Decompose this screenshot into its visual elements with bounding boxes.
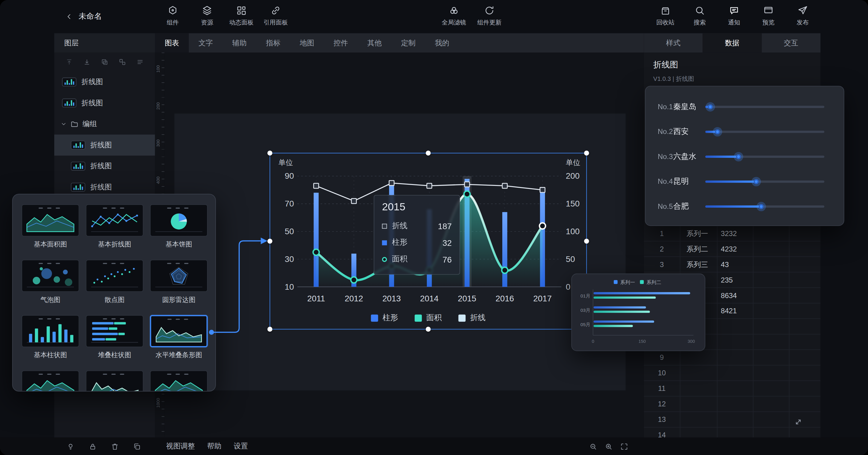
layer-item[interactable]: 折线图: [54, 156, 155, 177]
menu-help[interactable]: 帮助: [207, 441, 221, 451]
slider-handle[interactable]: [756, 202, 766, 211]
tool-preview[interactable]: 预览: [752, 5, 785, 27]
tab-interaction[interactable]: 交互: [762, 33, 820, 53]
cell-value[interactable]: 8634: [717, 291, 753, 300]
selection-handle[interactable]: [267, 239, 272, 244]
layer-item[interactable]: 折线图: [54, 92, 155, 114]
slider-handle[interactable]: [752, 177, 761, 186]
slider-handle[interactable]: [713, 127, 722, 136]
tab-widget[interactable]: 控件: [324, 33, 358, 53]
library-item-area2[interactable]: 水平堆叠条形图: [150, 315, 208, 359]
slider-handle[interactable]: [734, 152, 743, 161]
table-row[interactable]: 3系列三43: [644, 257, 820, 272]
tab-assist[interactable]: 辅助: [222, 33, 256, 53]
library-item-pie[interactable]: 基本饼图: [150, 204, 208, 248]
resize-icon[interactable]: [794, 417, 803, 426]
table-row[interactable]: 9: [644, 350, 820, 365]
tab-charts[interactable]: 图表: [155, 33, 189, 53]
chevron-down-icon[interactable]: [61, 121, 66, 127]
tab-map[interactable]: 地图: [290, 33, 324, 53]
library-item-hstack[interactable]: 堆叠柱状图: [86, 315, 144, 359]
tab-text[interactable]: 文字: [189, 33, 222, 53]
slider-track[interactable]: [706, 155, 825, 157]
cell-value[interactable]: 235: [717, 276, 753, 284]
library-item-scatter[interactable]: 散点图: [86, 260, 144, 304]
table-row[interactable]: 10: [644, 365, 820, 381]
cell-value[interactable]: 43: [717, 260, 753, 269]
tab-mine[interactable]: 我的: [425, 33, 459, 53]
tab-data[interactable]: 数据: [703, 33, 762, 53]
selection-handle[interactable]: [584, 239, 589, 244]
layer-thumbnail-icon: [71, 141, 85, 150]
tool-dynamic-panel[interactable]: 动态面板: [225, 5, 258, 27]
legend-item-0[interactable]: 柱形: [371, 313, 398, 323]
legend-item-2[interactable]: 折线: [459, 313, 486, 323]
cell-series-name[interactable]: 系列二: [680, 244, 717, 254]
selection-handle[interactable]: [426, 151, 431, 156]
back-button[interactable]: 未命名: [65, 0, 102, 33]
send-bottom-icon[interactable]: [83, 58, 91, 66]
menu-settings[interactable]: 设置: [234, 441, 248, 451]
trash-icon[interactable]: [111, 442, 119, 451]
slider-handle[interactable]: [706, 102, 715, 112]
mini-chart-panel[interactable]: 系列一系列二01月03月05月0150300: [571, 274, 705, 351]
slider-track[interactable]: [706, 205, 825, 207]
library-item-line[interactable]: 基本折线图: [86, 204, 144, 248]
layer-item[interactable]: 折线图: [54, 71, 155, 92]
preview-icon: [763, 5, 774, 16]
lightbulb-icon[interactable]: [66, 442, 75, 451]
library-item-partial[interactable]: [22, 370, 79, 392]
tab-style[interactable]: 样式: [644, 33, 703, 53]
tool-search[interactable]: 搜索: [683, 5, 716, 27]
slider-track[interactable]: [706, 130, 825, 132]
tab-indicator[interactable]: 指标: [256, 33, 290, 53]
library-item-radar[interactable]: 圆形雷达图: [150, 260, 208, 304]
library-item-bubble[interactable]: 气泡图: [22, 260, 79, 304]
cell-value[interactable]: 8421: [717, 307, 753, 315]
slider-track[interactable]: [706, 180, 825, 182]
fit-screen-icon[interactable]: [620, 442, 628, 451]
list-icon[interactable]: [136, 58, 144, 66]
cell-value[interactable]: 4232: [717, 245, 753, 253]
menu-view-adjust[interactable]: 视图调整: [166, 441, 195, 451]
table-row[interactable]: 14: [644, 428, 820, 437]
library-item-partial[interactable]: [86, 370, 144, 392]
legend-item-1[interactable]: 面积: [414, 313, 442, 323]
tool-component-update[interactable]: 组件更新: [473, 5, 506, 27]
selection-handle[interactable]: [267, 327, 272, 332]
tool-notification[interactable]: 通知: [717, 5, 750, 27]
clipboard-icon[interactable]: [133, 442, 141, 451]
cell-value[interactable]: 3232: [717, 229, 753, 238]
layer-item[interactable]: 折线图: [54, 134, 155, 156]
ungroup-icon[interactable]: [118, 58, 126, 66]
library-item-partial[interactable]: [150, 370, 208, 392]
slider-track[interactable]: [706, 105, 825, 108]
zoom-out-icon[interactable]: [589, 442, 597, 451]
tool-recycle-bin[interactable]: 回收站: [649, 5, 682, 27]
send-top-icon[interactable]: [65, 58, 73, 66]
cell-series-name[interactable]: 系列三: [680, 260, 717, 269]
layer-group[interactable]: 编组: [54, 113, 155, 134]
tool-component[interactable]: 组件: [156, 5, 189, 27]
lock-icon[interactable]: [89, 442, 97, 451]
tab-custom[interactable]: 定制: [391, 33, 425, 53]
selection-handle[interactable]: [426, 327, 431, 332]
table-row[interactable]: 11: [644, 381, 820, 396]
canvas[interactable]: 9070503010200150100500单位单位20112012201320…: [164, 53, 644, 437]
tool-resource[interactable]: 资源: [190, 5, 223, 27]
table-row[interactable]: 2系列二4232: [644, 241, 820, 257]
zoom-in-icon[interactable]: [604, 442, 613, 451]
library-item-area[interactable]: 基本面积图: [22, 204, 79, 248]
library-item-bar[interactable]: 基本柱状图: [22, 315, 79, 359]
cell-series-name[interactable]: 系列一: [680, 229, 717, 238]
table-row[interactable]: 12: [644, 396, 820, 412]
reference-panel-icon: [270, 5, 281, 16]
tab-other[interactable]: 其他: [358, 33, 391, 53]
selection-handle[interactable]: [584, 151, 589, 156]
group-icon[interactable]: [101, 58, 108, 66]
tool-reference-panel[interactable]: 引用面板: [259, 5, 292, 27]
tool-publish[interactable]: 发布: [786, 5, 819, 27]
tool-global-filter[interactable]: 全局滤镜: [437, 5, 470, 27]
table-row[interactable]: 1系列一3232: [644, 226, 820, 241]
selection-handle[interactable]: [267, 151, 272, 156]
